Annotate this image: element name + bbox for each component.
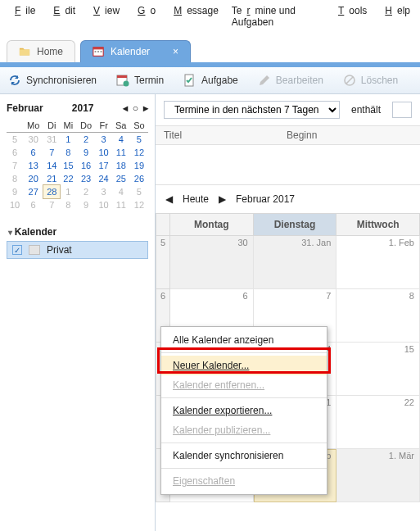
menu-go[interactable]: Go xyxy=(128,3,160,30)
svg-rect-6 xyxy=(117,75,127,78)
sidebar: Februar 2017 ◂ ○ ▸ MoDiMiDoFrSaSo5303112… xyxy=(0,94,156,531)
filter-bar: Termine in den nächsten 7 Tagen enthält xyxy=(156,94,420,126)
toolbar: Synchronisieren Termin Aufgabe Bearbeite… xyxy=(0,67,420,94)
nav-prev-icon[interactable]: ◀ xyxy=(165,193,173,205)
menu-edit[interactable]: Edit xyxy=(43,3,80,30)
edit-button: Bearbeiten xyxy=(258,74,323,87)
edit-label: Bearbeiten xyxy=(276,75,323,86)
svg-rect-1 xyxy=(93,48,103,50)
pencil-icon xyxy=(258,74,271,87)
sync-button[interactable]: Synchronisieren xyxy=(8,74,97,87)
minical-header: Februar 2017 ◂ ○ ▸ xyxy=(7,101,148,119)
sync-icon xyxy=(8,74,21,87)
ctx-sync-calendar[interactable]: Kalender synchronisieren xyxy=(161,446,327,465)
col-titel[interactable]: Titel xyxy=(156,126,278,144)
termin-label: Termin xyxy=(134,75,164,86)
tab-home[interactable]: Home xyxy=(7,40,75,62)
tab-home-label: Home xyxy=(37,46,63,57)
checkbox-icon[interactable]: ✓ xyxy=(12,245,22,255)
calendar-section-header[interactable]: Kalender xyxy=(7,223,148,241)
menu-tools[interactable]: Tools xyxy=(328,3,372,30)
context-menu: Alle Kalender anzeigen Neuer Kalender...… xyxy=(160,326,327,495)
minical-today-dot[interactable]: ○ xyxy=(133,102,138,114)
minical-month: Februar xyxy=(7,102,43,114)
filter-input[interactable] xyxy=(392,102,412,118)
ctx-show-all[interactable]: Alle Kalender anzeigen xyxy=(161,330,327,350)
tab-kalender[interactable]: Kalender × xyxy=(80,40,191,62)
calendar-item-label: Privat xyxy=(47,244,72,256)
color-swatch xyxy=(29,245,40,255)
delete-button: Löschen xyxy=(343,74,398,87)
svg-rect-2 xyxy=(95,51,97,52)
svg-line-10 xyxy=(346,77,353,84)
delete-icon xyxy=(343,74,356,87)
menu-message[interactable]: Message xyxy=(164,3,224,30)
filter-contains-label: enthält xyxy=(351,104,381,116)
termin-button[interactable]: Termin xyxy=(116,74,164,87)
ctx-new-calendar[interactable]: Neuer Kalender... xyxy=(161,356,327,375)
list-header: Titel Beginn xyxy=(156,126,420,145)
col-beginn[interactable]: Beginn xyxy=(278,126,325,144)
sync-label: Synchronisieren xyxy=(26,75,97,86)
event-icon xyxy=(116,74,129,87)
close-icon[interactable]: × xyxy=(173,46,178,57)
task-icon xyxy=(183,74,196,87)
svg-point-7 xyxy=(124,81,129,87)
nav-month-label: Februar 2017 xyxy=(236,193,295,205)
svg-rect-4 xyxy=(101,51,102,52)
mini-calendar[interactable]: MoDiMiDoFrSaSo53031123456678910111271314… xyxy=(7,119,148,211)
date-nav: ◀ Heute ▶ Februar 2017 xyxy=(156,184,420,213)
filter-select[interactable]: Termine in den nächsten 7 Tagen xyxy=(164,101,340,119)
nav-next-icon[interactable]: ▶ xyxy=(219,193,226,205)
ctx-export-calendar[interactable]: Kalender exportieren... xyxy=(161,401,327,420)
calendar-item-privat[interactable]: ✓ Privat xyxy=(7,241,148,259)
tab-kalender-label: Kalender xyxy=(111,46,150,57)
delete-label: Löschen xyxy=(361,75,398,86)
menu-help[interactable]: Help xyxy=(375,3,415,30)
aufgabe-label: Aufgabe xyxy=(201,75,238,86)
minical-next[interactable]: ▸ xyxy=(143,102,148,114)
minical-year: 2017 xyxy=(72,102,94,114)
svg-rect-3 xyxy=(97,51,99,52)
ctx-publish-calendar: Kalender publizieren... xyxy=(161,420,327,440)
minical-prev[interactable]: ◂ xyxy=(123,102,128,114)
ctx-properties: Eigenschaften xyxy=(161,471,327,491)
nav-today[interactable]: Heute xyxy=(183,193,209,205)
aufgabe-button[interactable]: Aufgabe xyxy=(183,74,238,87)
ctx-remove-calendar: Kalender entfernen... xyxy=(161,375,327,395)
folder-icon xyxy=(19,46,30,57)
tab-bar: Home Kalender × xyxy=(0,33,420,62)
calendar-icon xyxy=(93,46,104,57)
menu-bar: File Edit View Go Message Termine und Au… xyxy=(0,0,420,33)
menu-termine[interactable]: Termine und Aufgaben xyxy=(227,3,325,30)
menu-view[interactable]: View xyxy=(84,3,124,30)
menu-file[interactable]: File xyxy=(5,3,40,30)
